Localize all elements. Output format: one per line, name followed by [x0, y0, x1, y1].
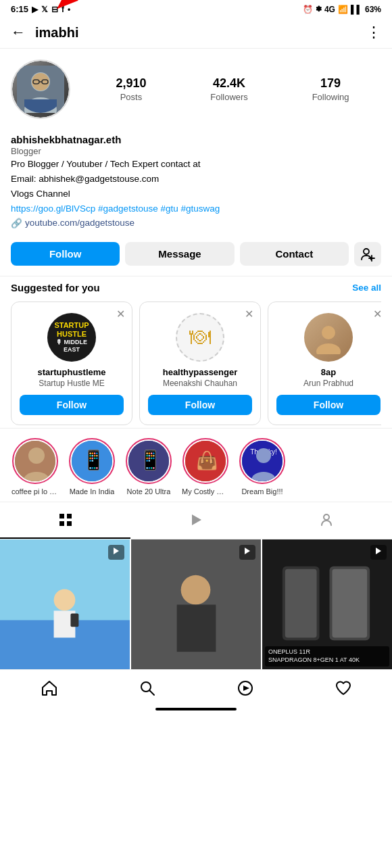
nav-likes[interactable]: [294, 677, 392, 700]
bio-youtube[interactable]: 🔗 youtube.com/gadgetstouse: [11, 218, 381, 228]
tab-grid[interactable]: [0, 502, 130, 539]
grid-item-3[interactable]: ONEPLUS 11RSNAPDRAGON 8+GEN 1 AT 40K: [262, 539, 392, 669]
nav-reels[interactable]: [196, 677, 294, 700]
bio-text-3: Vlogs Channel: [11, 188, 381, 201]
health-icon: 🍽: [189, 324, 211, 349]
svg-rect-31: [67, 521, 72, 526]
contact-button[interactable]: Contact: [240, 242, 349, 266]
action-buttons: Follow Message Contact: [0, 235, 392, 276]
bio-text-2: Email: abhishek@gadgetstouse.com: [11, 173, 381, 186]
svg-rect-29: [67, 514, 72, 519]
story-item-1[interactable]: coffee pi lo 😊: [11, 438, 59, 496]
svg-point-14: [316, 343, 341, 354]
follow-button[interactable]: Follow: [11, 242, 120, 266]
story-circle-4: 👜: [182, 438, 228, 484]
status-left: 6:15 ▶ 𝕏 ⊟ f •: [11, 4, 70, 14]
card-avatar-1: STARTUPHUSTLE🎙 MIDDLE EAST: [47, 313, 96, 362]
story-item-5[interactable]: The Sky! Dream Big!!!: [238, 438, 287, 496]
bio-text-1: Pro Blogger / Youtuber / Tech Expert con…: [11, 158, 381, 171]
profile-top: 2,910 Posts 42.4K Followers 179 Followin…: [11, 59, 381, 119]
card-avatar-2: 🍽: [176, 313, 224, 362]
bio-url-link[interactable]: https://goo.gl/BlVScp: [11, 203, 95, 214]
close-card-1[interactable]: ✕: [116, 308, 125, 320]
svg-marker-53: [243, 685, 249, 691]
signal-bars: ▌▌: [351, 5, 362, 14]
see-all-button[interactable]: See all: [352, 283, 381, 293]
time: 6:15: [11, 4, 28, 14]
following-stat[interactable]: 179 Following: [312, 76, 349, 103]
card-display-3: Arun Prabhud: [303, 379, 353, 388]
wifi-icon: 📶: [338, 5, 348, 14]
card-avatar-3: [304, 313, 353, 362]
bluetooth-icon: ✽: [316, 5, 322, 14]
card-display-2: Meenakshi Chauhan: [163, 379, 237, 388]
signal-icon: 4G: [324, 5, 335, 14]
bio-section: abhishekbhatnagar.eth Blogger Pro Blogge…: [0, 134, 392, 235]
suggested-section: Suggested for you See all ✕ STARTUPHUSTL…: [0, 276, 392, 428]
story-item-4[interactable]: 👜 My Costly Wallet: [181, 438, 230, 496]
tab-reels[interactable]: [130, 502, 261, 539]
svg-point-36: [54, 589, 76, 610]
followers-stat[interactable]: 42.4K Followers: [210, 76, 248, 103]
svg-rect-48: [332, 569, 367, 637]
suggested-card-3: ✕ 8ap Arun Prabhud Follow: [268, 302, 381, 425]
story-inner-4: 👜: [185, 441, 226, 481]
status-bar: 6:15 ▶ 𝕏 ⊟ f • ⏰ ✽ 4G 📶 ▌▌ 63%: [0, 0, 392, 18]
grid-item-1[interactable]: [0, 539, 130, 669]
startup-logo: STARTUPHUSTLE🎙 MIDDLE EAST: [47, 318, 96, 356]
svg-rect-38: [70, 613, 78, 627]
photo-grid: ONEPLUS 11RSNAPDRAGON 8+GEN 1 AT 40K: [0, 539, 392, 669]
twitter-icon: 𝕏: [41, 5, 48, 14]
person-add-button[interactable]: [354, 242, 381, 266]
story-circle-5: The Sky!: [239, 438, 285, 484]
story-inner-5: The Sky!: [242, 441, 283, 481]
story-inner-3: 📱: [128, 441, 169, 481]
following-label: Following: [312, 92, 349, 102]
header-username: imabhi: [35, 25, 78, 41]
nav-search[interactable]: [98, 677, 196, 700]
youtube-url: youtube.com/gadgetstouse: [25, 218, 134, 228]
story-label-2: Made In India: [70, 487, 115, 496]
svg-point-10: [364, 249, 369, 254]
svg-point-41: [181, 575, 211, 604]
suggested-card-2: ✕ 🍽 healthypassenger Meenakshi Chauhan F…: [139, 302, 261, 425]
story-item-2[interactable]: 📱 Made In India: [68, 438, 116, 496]
follow-card-3-button[interactable]: Follow: [276, 395, 381, 415]
bio-tags[interactable]: #gadgetstouse #gtu #gtuswag: [95, 203, 220, 214]
svg-marker-43: [245, 548, 250, 554]
follow-card-1-button[interactable]: Follow: [20, 395, 124, 415]
back-button[interactable]: ←: [11, 24, 26, 41]
story-inner-1: [15, 441, 55, 481]
svg-rect-42: [177, 604, 216, 652]
battery-icon: 63%: [365, 5, 381, 14]
close-card-3[interactable]: ✕: [373, 308, 381, 320]
close-card-2[interactable]: ✕: [245, 308, 253, 320]
tab-tagged[interactable]: [262, 502, 392, 539]
posts-stat: 2,910 Posts: [116, 76, 146, 103]
nav-home[interactable]: [0, 677, 98, 700]
story-label-1: coffee pi lo 😊: [11, 487, 59, 496]
svg-point-33: [324, 514, 329, 520]
message-button[interactable]: Message: [125, 242, 234, 266]
facebook-icon: f: [62, 5, 64, 14]
svg-text:👜: 👜: [196, 450, 218, 471]
followers-count: 42.4K: [210, 76, 248, 91]
posts-count: 2,910: [116, 76, 146, 91]
story-circle-3: 📱: [126, 438, 172, 484]
card-display-1: Startup Hustle ME: [39, 379, 104, 388]
content-tabs: [0, 502, 392, 539]
svg-point-26: [256, 448, 271, 463]
youtube-icon: ▶: [32, 5, 38, 14]
story-item-3[interactable]: 📱 Note 20 Ultra: [124, 438, 173, 496]
suggested-cards: ✕ STARTUPHUSTLE🎙 MIDDLE EAST startuphust…: [11, 302, 381, 425]
dot-icon: •: [68, 5, 70, 14]
svg-rect-46: [285, 569, 317, 637]
alarm-icon: ⏰: [303, 5, 313, 14]
card-username-2: healthypassenger: [163, 367, 238, 377]
grid-item-2[interactable]: [131, 539, 261, 669]
followers-label: Followers: [210, 92, 248, 102]
stats-row: 2,910 Posts 42.4K Followers 179 Followin…: [84, 76, 381, 103]
follow-card-2-button[interactable]: Follow: [148, 395, 252, 415]
more-options-button[interactable]: ⋮: [366, 24, 381, 41]
story-label-3: Note 20 Ultra: [127, 487, 171, 496]
